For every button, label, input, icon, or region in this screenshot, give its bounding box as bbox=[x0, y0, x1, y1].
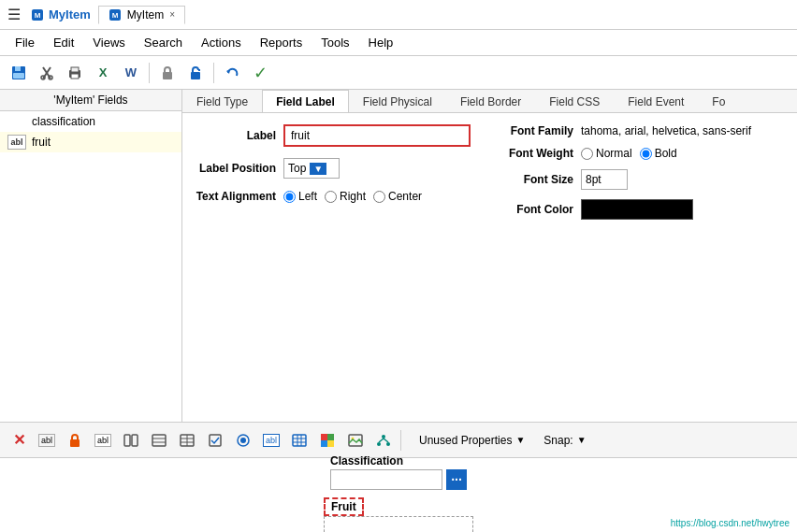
radio-tool-button[interactable] bbox=[230, 427, 256, 453]
menu-actions[interactable]: Actions bbox=[192, 32, 251, 53]
confirm-button[interactable]: ✓ bbox=[247, 60, 273, 86]
tab-content-right: Font Family tahoma, arial, helvetica, sa… bbox=[489, 124, 751, 410]
snap-dropdown[interactable]: Snap: ▼ bbox=[535, 430, 594, 451]
toolbar-separator-1 bbox=[149, 63, 150, 83]
tab-field-type[interactable]: Field Type bbox=[182, 90, 262, 113]
fields-panel: 'MyItem' Fields classification abl fruit bbox=[0, 90, 182, 422]
toolbar: X W ✓ bbox=[0, 56, 797, 90]
align-left-radio[interactable] bbox=[283, 191, 296, 203]
label-tool2-icon: abl bbox=[94, 434, 111, 447]
align-center-radio[interactable] bbox=[373, 191, 385, 203]
bottom-toolbar: ✕ abl abl bbox=[0, 422, 797, 457]
weight-bold-radio[interactable] bbox=[640, 148, 652, 160]
menu-tools[interactable]: Tools bbox=[312, 32, 358, 53]
weight-bold-label[interactable]: Bold bbox=[640, 147, 677, 160]
watermark-text: https://blog.csdn.net/hwytree bbox=[671, 518, 790, 528]
lines-button[interactable] bbox=[146, 427, 172, 453]
font-color-picker[interactable] bbox=[581, 199, 693, 220]
tab-field-border[interactable]: Field Border bbox=[446, 90, 535, 113]
color-squares-button[interactable] bbox=[314, 427, 341, 453]
unlock-icon bbox=[189, 65, 202, 80]
svg-rect-36 bbox=[321, 434, 327, 440]
label-position-row: Label Position Top ▼ bbox=[192, 158, 471, 179]
tab-field-label[interactable]: Field Label bbox=[262, 90, 349, 113]
print-icon bbox=[67, 65, 82, 80]
tab-field-physical[interactable]: Field Physical bbox=[349, 90, 446, 113]
label-tool3-button[interactable]: abl bbox=[258, 427, 284, 453]
menu-search[interactable]: Search bbox=[135, 32, 192, 53]
lock-field-button[interactable] bbox=[62, 427, 88, 453]
menu-edit[interactable]: Edit bbox=[44, 32, 83, 53]
fruit-input[interactable] bbox=[324, 516, 473, 533]
active-tab[interactable]: M MyItem × bbox=[98, 6, 185, 24]
label-tool3-icon: abl bbox=[263, 434, 280, 447]
tab-content-field-label: Label Label Position Top ▼ Text Alignmen… bbox=[182, 113, 797, 422]
columns-button[interactable] bbox=[174, 427, 200, 453]
save-icon bbox=[10, 65, 27, 81]
font-weight-label: Font Weight bbox=[489, 147, 573, 160]
print-button[interactable] bbox=[62, 60, 88, 86]
app-logo: M MyItem bbox=[30, 7, 91, 22]
tab-field-more[interactable]: Fo bbox=[698, 90, 739, 113]
columns-icon bbox=[180, 434, 195, 447]
bottom-toolbar-sep bbox=[400, 430, 401, 451]
excel-button[interactable]: X bbox=[90, 60, 116, 86]
classification-dots-button[interactable]: ··· bbox=[446, 469, 467, 490]
tab-content-left: Label Label Position Top ▼ Text Alignmen… bbox=[192, 124, 471, 410]
svg-rect-38 bbox=[321, 440, 327, 447]
weight-normal-label[interactable]: Normal bbox=[581, 147, 632, 160]
svg-text:M: M bbox=[111, 11, 118, 20]
save-button[interactable] bbox=[6, 60, 32, 86]
svg-rect-28 bbox=[210, 435, 221, 446]
svg-line-46 bbox=[384, 439, 388, 442]
radio-tool-icon bbox=[237, 434, 250, 447]
align-left-label[interactable]: Left bbox=[283, 190, 317, 203]
word-button[interactable]: W bbox=[118, 60, 144, 86]
unused-props-arrow-icon: ▼ bbox=[515, 435, 525, 445]
svg-rect-12 bbox=[71, 67, 79, 72]
svg-rect-20 bbox=[132, 435, 138, 446]
unused-properties-dropdown[interactable]: Unused Properties ▼ bbox=[411, 430, 533, 451]
font-size-input[interactable] bbox=[581, 169, 628, 190]
label-tool-button[interactable]: abl bbox=[34, 427, 60, 453]
tabs-bar: Field Type Field Label Field Physical Fi… bbox=[182, 90, 797, 113]
svg-rect-5 bbox=[15, 66, 21, 71]
image-icon bbox=[348, 434, 363, 447]
weight-normal-radio[interactable] bbox=[581, 148, 593, 160]
menu-reports[interactable]: Reports bbox=[251, 32, 312, 53]
svg-rect-37 bbox=[327, 434, 334, 440]
delete-button[interactable]: ✕ bbox=[6, 427, 32, 453]
lock-button[interactable] bbox=[154, 60, 181, 86]
label-tool2-button[interactable]: abl bbox=[90, 427, 116, 453]
image-button[interactable] bbox=[342, 427, 369, 453]
undo-button[interactable] bbox=[219, 60, 245, 86]
tab-field-css[interactable]: Field CSS bbox=[535, 90, 614, 113]
unlock-button[interactable] bbox=[182, 60, 209, 86]
unused-properties-label: Unused Properties bbox=[419, 434, 512, 447]
menu-help[interactable]: Help bbox=[359, 32, 403, 53]
align-right-label[interactable]: Right bbox=[325, 190, 366, 203]
excel-icon: X bbox=[99, 65, 108, 79]
split-panel-button[interactable] bbox=[118, 427, 144, 453]
checkbox-tool-button[interactable] bbox=[202, 427, 228, 453]
tree-button[interactable] bbox=[370, 427, 397, 453]
menu-views[interactable]: Views bbox=[83, 32, 134, 53]
label-input[interactable] bbox=[283, 124, 471, 147]
menu-file[interactable]: File bbox=[6, 32, 44, 53]
classification-field-label: Classification bbox=[330, 454, 403, 467]
grid-button[interactable] bbox=[286, 427, 312, 453]
align-center-label[interactable]: Center bbox=[373, 190, 422, 203]
tab-field-event[interactable]: Field Event bbox=[614, 90, 698, 113]
tab-close-button[interactable]: × bbox=[169, 9, 175, 20]
align-right-radio[interactable] bbox=[325, 191, 337, 203]
cut-button[interactable] bbox=[34, 60, 60, 86]
label-position-dropdown[interactable]: Top ▼ bbox=[283, 158, 340, 179]
hamburger-menu[interactable]: ☰ bbox=[7, 6, 21, 23]
list-item-classification[interactable]: classification bbox=[0, 111, 181, 132]
snap-label: Snap: bbox=[543, 434, 572, 447]
classification-input[interactable] bbox=[330, 469, 442, 490]
list-item-fruit[interactable]: abl fruit bbox=[0, 132, 181, 152]
align-left-text: Left bbox=[298, 190, 317, 203]
font-size-row: Font Size bbox=[489, 169, 751, 190]
font-family-label: Font Family bbox=[489, 124, 573, 137]
